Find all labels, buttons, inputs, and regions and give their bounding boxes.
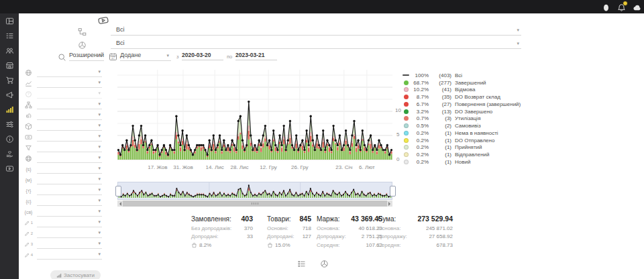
bar-chart-icon <box>56 273 62 278</box>
stat-subrow: Середня:678.73 <box>378 242 453 248</box>
date-from-value: 2020-03-20 <box>182 52 211 58</box>
date-to-input[interactable]: 2023-03-21 <box>235 51 277 60</box>
legend-item-4[interactable]: 6.7%(27)Повернення (завершений) <box>402 101 529 108</box>
filter-row-var-s: {s}▾ <box>19 164 107 174</box>
sidebar-item-marketing[interactable] <box>0 88 19 102</box>
legend-count: (13) <box>432 109 451 115</box>
filter-select-identity[interactable]: ▾ <box>37 111 102 120</box>
filter-select-var-c[interactable]: ▾ <box>37 197 102 206</box>
filter-select-trend[interactable]: ▾ <box>37 79 102 88</box>
filter-row-trend: ▾ <box>19 78 107 89</box>
scrollbar-grip-icon <box>252 203 258 205</box>
filter-select-var-s[interactable]: ▾ <box>37 165 102 174</box>
y-tick-0: 0 <box>396 156 399 162</box>
filter-select-region[interactable]: ▾ <box>37 68 102 77</box>
stat-subrow: Основна:245 871.02 <box>378 225 453 231</box>
filter-select-site[interactable]: ▾ <box>37 154 102 163</box>
chat-icon[interactable] <box>633 3 641 11</box>
chart-scrollbar[interactable] <box>117 201 392 207</box>
filter-select-payment[interactable]: ▾ <box>37 133 102 142</box>
orders-chart[interactable] <box>117 67 392 161</box>
legend-item-9[interactable]: 0.2%(1)DO Отправлено <box>402 137 529 144</box>
filter-row-var-cv: {св}▾ <box>19 207 107 217</box>
sidebar-item-store[interactable] <box>0 58 19 72</box>
legend-label: DO Завершено <box>455 109 492 115</box>
legend-percent: 0.2% <box>411 137 429 144</box>
date-to-label: по <box>227 54 232 60</box>
notifications-icon[interactable] <box>617 3 626 11</box>
legend-percent: 0.2% <box>411 159 429 165</box>
sidebar-item-orders[interactable] <box>0 29 19 43</box>
scrollbar-thumb[interactable] <box>123 201 387 207</box>
legend-item-2[interactable]: 10.2%(41)Відмова <box>402 87 529 94</box>
stat-subrow: Допродані:33 <box>191 233 253 239</box>
filter-select-funnel[interactable]: ▾ <box>37 144 102 152</box>
legend-item-12[interactable]: 0.2%(1)Новий <box>402 158 529 166</box>
y-tick-5: 5 <box>396 131 399 137</box>
legend-item-5[interactable]: 3.2%(13)DO Завершено <box>402 108 529 115</box>
sidebar-item-info[interactable] <box>0 132 19 146</box>
product-select[interactable]: Всі ▾ <box>111 39 521 49</box>
stat-margin: Маржа:43 369.45Основна:40 618.20Допродаж… <box>317 215 382 248</box>
legend-item-8[interactable]: 0.2%(1)Нема в наявності <box>402 129 529 137</box>
globe2-icon <box>24 154 33 163</box>
legend-item-10[interactable]: 0.2%(1)Прийнятий <box>402 144 529 152</box>
legend-label: Утилізація <box>455 115 480 121</box>
app-logo-icon[interactable] <box>3 1 18 13</box>
sidebar-item-support[interactable] <box>0 147 19 161</box>
legend-item-3[interactable]: 8.7%(35)DO Возврат склад <box>402 93 529 101</box>
filter-row-identity: ▾ <box>19 110 107 121</box>
sidebar-item-analytics[interactable] <box>0 103 19 117</box>
apply-button[interactable]: Застосувати <box>50 270 101 279</box>
chevron-down-icon: ▾ <box>98 133 101 139</box>
filter-select-custom-4[interactable]: ▾ <box>37 251 102 260</box>
navigator-left-handle[interactable] <box>115 186 121 197</box>
chevron-down-icon: ▾ <box>98 198 101 203</box>
filter-row-custom-2: 2▾ <box>19 228 107 239</box>
sidebar-item-tutorials[interactable] <box>0 162 19 176</box>
scroll-left-arrow-icon[interactable] <box>117 201 123 207</box>
filter-select-custom-1[interactable]: ▾ <box>37 219 102 227</box>
sidebar-item-settings[interactable] <box>0 117 19 131</box>
legend-item-0[interactable]: 100%(403)Всі <box>402 72 529 79</box>
search-icon[interactable] <box>58 52 66 61</box>
legend-item-1[interactable]: 68.7%(277)Завершений <box>402 79 529 87</box>
sidebar-item-cart[interactable] <box>0 73 19 87</box>
legend-count: (403) <box>432 72 451 78</box>
chart-navigator[interactable] <box>117 182 392 200</box>
legend-label: DO Отправлено <box>455 137 494 144</box>
legend-dot-swatch <box>402 138 410 143</box>
legend-count: (1) <box>432 152 451 158</box>
filter-row-custom-4: 4▾ <box>19 249 107 260</box>
filter-select-structure[interactable]: ▾ <box>37 101 102 109</box>
search-mode-select[interactable]: Розширений ▾ <box>69 51 104 61</box>
date-field-select[interactable]: Додане ▾ <box>120 51 171 61</box>
filter-select-product-type[interactable]: ▾ <box>37 122 102 131</box>
filter-select-custom-2[interactable]: ▾ <box>37 229 102 238</box>
cash-icon <box>24 133 33 142</box>
legend-item-7[interactable]: 0.5%(2)Самовивіз <box>402 122 529 129</box>
legend-dot-swatch <box>402 109 410 114</box>
scroll-right-arrow-icon[interactable] <box>387 201 392 207</box>
legend-item-11[interactable]: 0.2%(1)Відправлений <box>402 151 529 158</box>
legend-item-6[interactable]: 0.7%(3)Утилізація <box>402 115 529 123</box>
filter-select-var-cv[interactable]: ▾ <box>37 208 102 217</box>
date-field-value: Додане <box>120 52 141 58</box>
filter-select-custom-3[interactable]: ▾ <box>37 240 102 249</box>
category-select[interactable]: Всі ▾ <box>111 25 521 36</box>
filter-row-site: ▾ <box>19 153 107 164</box>
filter-select-status-help[interactable]: ▾ <box>37 90 102 99</box>
calendar-icon[interactable] <box>109 52 117 60</box>
navigator-right-handle[interactable] <box>390 186 396 197</box>
date-from-input[interactable]: 2020-03-20 <box>182 51 223 60</box>
sidebar-item-dashboard[interactable] <box>0 14 19 28</box>
user-icon[interactable] <box>602 3 610 11</box>
product-view-icon[interactable] <box>320 259 329 268</box>
top-bar <box>0 0 644 13</box>
filter-select-var-m[interactable]: ▾ <box>37 176 102 184</box>
filter-select-var-t[interactable]: ▾ <box>37 186 102 195</box>
sidebar-item-customers[interactable] <box>0 44 19 58</box>
list-view-icon[interactable] <box>297 259 306 268</box>
x-tick-label: 28. Лис <box>231 164 249 170</box>
video-tag-icon[interactable] <box>93 15 113 26</box>
